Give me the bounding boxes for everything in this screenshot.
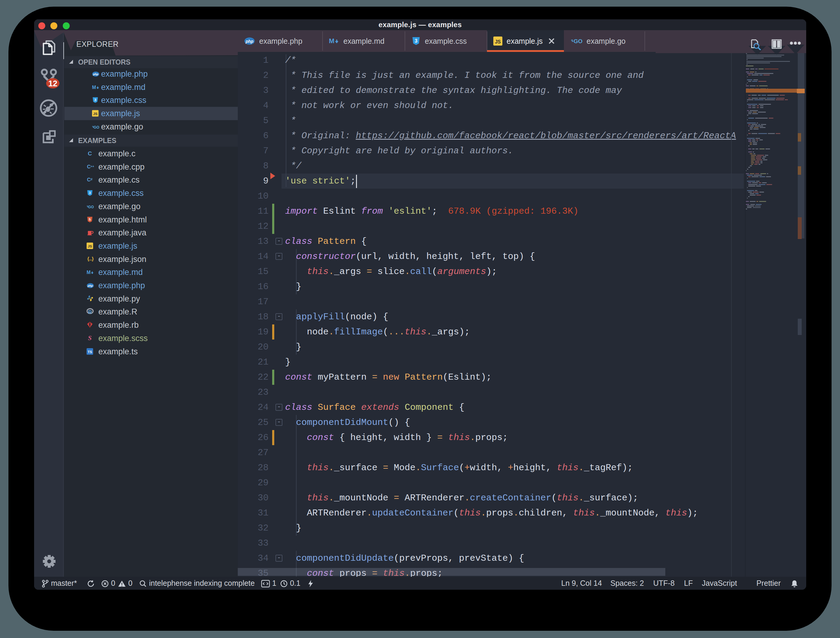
svg-text:C: C xyxy=(87,177,90,183)
svg-text:++: ++ xyxy=(90,165,94,168)
svg-text:JS: JS xyxy=(88,245,92,248)
svg-text:5: 5 xyxy=(89,218,91,221)
svg-text:JS: JS xyxy=(495,39,501,44)
svg-text:C: C xyxy=(87,164,90,170)
svg-text:GO: GO xyxy=(88,205,94,209)
svg-text:3: 3 xyxy=(95,98,96,102)
svg-text:R: R xyxy=(88,309,92,315)
svg-text:3: 3 xyxy=(415,38,418,43)
svg-text:M: M xyxy=(329,37,334,45)
svg-text:3: 3 xyxy=(89,191,91,195)
svg-text:GO: GO xyxy=(573,38,582,44)
svg-text:GO: GO xyxy=(93,125,99,129)
svg-text:M: M xyxy=(92,85,96,90)
svg-text:M: M xyxy=(87,270,90,275)
svg-text:12: 12 xyxy=(48,79,57,88)
svg-text:C: C xyxy=(88,150,92,156)
svg-text:TS: TS xyxy=(87,350,92,354)
svg-text:{..}: {..} xyxy=(87,256,93,261)
svg-text:php: php xyxy=(245,39,253,44)
svg-text:#: # xyxy=(90,177,93,181)
svg-text:php: php xyxy=(87,284,93,287)
svg-text:S: S xyxy=(88,335,92,341)
svg-text:JS: JS xyxy=(93,112,98,115)
svg-text:php: php xyxy=(93,73,99,76)
